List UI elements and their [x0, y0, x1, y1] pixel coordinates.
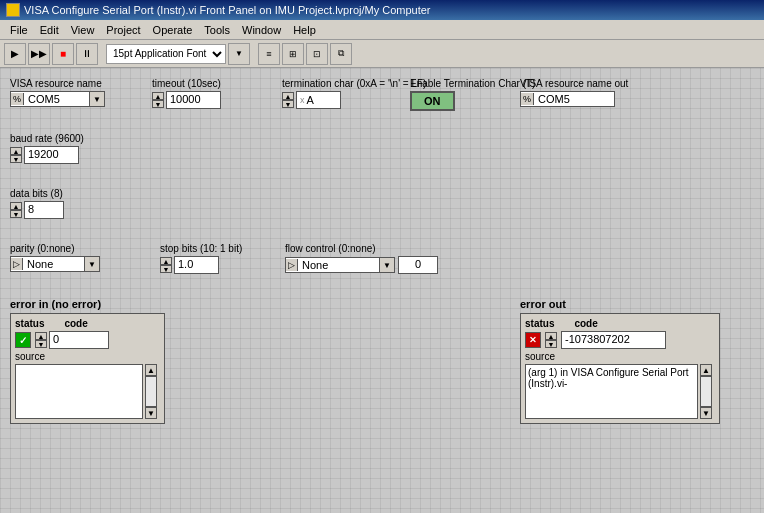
data-bits-group: data bits (8) ▲ ▼ 8 — [10, 188, 64, 219]
flow-control-extra: 0 — [398, 256, 438, 274]
menu-operate[interactable]: Operate — [147, 23, 199, 37]
data-bits-label: data bits (8) — [10, 188, 64, 199]
menu-bar: File Edit View Project Operate Tools Win… — [0, 20, 764, 40]
error-in-label: error in (no error) — [10, 298, 165, 310]
menu-help[interactable]: Help — [287, 23, 322, 37]
enable-termination-group: Enable Termination Char (T) ON — [410, 78, 535, 111]
error-in-status-header: status — [15, 318, 44, 329]
enable-termination-label: Enable Termination Char (T) — [410, 78, 535, 89]
font-size-down[interactable]: ▼ — [228, 43, 250, 65]
toolbar: ▶ ▶▶ ■ ⏸ 15pt Application Font ▼ ≡ ⊞ ⊡ ⧉ — [0, 40, 764, 68]
stop-bits-group: stop bits (10: 1 bit) ▲ ▼ 1.0 — [160, 243, 242, 274]
source-scroll-down[interactable]: ▼ — [145, 407, 157, 419]
menu-project[interactable]: Project — [100, 23, 146, 37]
error-in-row: ✓ ▲ ▼ 0 — [15, 331, 160, 349]
menu-file[interactable]: File — [4, 23, 34, 37]
run-continuously-button[interactable]: ▶▶ — [28, 43, 50, 65]
timeout-up[interactable]: ▲ — [152, 92, 164, 100]
baud-down[interactable]: ▼ — [10, 155, 22, 163]
termination-down[interactable]: ▼ — [282, 100, 294, 108]
data-bits-input[interactable]: 8 — [24, 201, 64, 219]
data-bits-down[interactable]: ▼ — [10, 210, 22, 218]
app-icon — [6, 3, 20, 17]
error-out-up[interactable]: ▲ — [545, 332, 557, 340]
timeout-down[interactable]: ▼ — [152, 100, 164, 108]
error-in-up[interactable]: ▲ — [35, 332, 47, 340]
termination-char-group: termination char (0xA = '\n' = LF) ▲ ▼ x… — [282, 78, 426, 109]
menu-window[interactable]: Window — [236, 23, 287, 37]
termination-char-spinner: ▲ ▼ x A — [282, 91, 426, 109]
error-in-code-value[interactable]: 0 — [49, 331, 109, 349]
error-out-down[interactable]: ▼ — [545, 340, 557, 348]
error-in-down[interactable]: ▼ — [35, 340, 47, 348]
baud-rate-input[interactable]: 19200 — [24, 146, 79, 164]
error-out-source-container: (arg 1) in VISA Configure Serial Port (I… — [525, 364, 715, 419]
error-out-group: error out status code ✕ ▲ ▼ -1073807202 … — [520, 298, 720, 424]
visa-resource-arrow[interactable]: ▼ — [89, 92, 104, 106]
error-in-source-label: source — [15, 351, 160, 362]
error-out-code-value: -1073807202 — [561, 331, 666, 349]
flow-control-arrow[interactable]: ▼ — [379, 258, 394, 272]
font-selector[interactable]: 15pt Application Font — [106, 44, 226, 64]
pause-button[interactable]: ⏸ — [76, 43, 98, 65]
termination-up[interactable]: ▲ — [282, 92, 294, 100]
error-in-code-spinner: ▲ ▼ 0 — [35, 331, 109, 349]
error-out-status-header: status — [525, 318, 554, 329]
baud-up[interactable]: ▲ — [10, 147, 22, 155]
timeout-input[interactable]: 10000 — [166, 91, 221, 109]
error-out-source-scrollbar: ▲ ▼ — [700, 364, 712, 419]
flow-control-label: flow control (0:none) — [285, 243, 438, 254]
title-bar: VISA Configure Serial Port (Instr).vi Fr… — [0, 0, 764, 20]
error-out-box: status code ✕ ▲ ▼ -1073807202 source — [520, 313, 720, 424]
menu-tools[interactable]: Tools — [198, 23, 236, 37]
resize-button[interactable]: ⊡ — [306, 43, 328, 65]
error-out-source-label: source — [525, 351, 715, 362]
stop-bits-input[interactable]: 1.0 — [174, 256, 219, 274]
error-out-label: error out — [520, 298, 720, 310]
error-out-status-icon: ✕ — [525, 332, 541, 348]
enable-termination-button[interactable]: ON — [410, 91, 455, 111]
reorder-button[interactable]: ⧉ — [330, 43, 352, 65]
visa-resource-name-out-label: VISA resource name out — [520, 78, 628, 89]
baud-rate-spinner: ▲ ▼ 19200 — [10, 146, 84, 164]
error-out-x: ✕ — [529, 335, 537, 345]
termination-char-input[interactable]: x A — [296, 91, 341, 109]
visa-resource-prefix: % — [11, 93, 24, 105]
menu-edit[interactable]: Edit — [34, 23, 65, 37]
stop-bits-up[interactable]: ▲ — [160, 257, 172, 265]
error-in-group: error in (no error) status code ✓ ▲ ▼ 0 … — [10, 298, 165, 424]
termination-char-label: termination char (0xA = '\n' = LF) — [282, 78, 426, 89]
parity-prefix: ▷ — [11, 258, 23, 270]
error-in-arrows: ▲ ▼ — [35, 332, 47, 348]
parity-arrow[interactable]: ▼ — [84, 257, 99, 271]
error-out-scroll-up[interactable]: ▲ — [700, 364, 712, 376]
parity-group: parity (0:none) ▷ None ▼ — [10, 243, 100, 272]
run-button[interactable]: ▶ — [4, 43, 26, 65]
visa-resource-name-control[interactable]: % COM5 ▼ — [10, 91, 105, 107]
main-panel: VISA resource name % COM5 ▼ timeout (10s… — [0, 68, 764, 513]
data-bits-up[interactable]: ▲ — [10, 202, 22, 210]
source-scroll-up[interactable]: ▲ — [145, 364, 157, 376]
baud-arrows: ▲ ▼ — [10, 147, 22, 163]
error-in-code-header: code — [64, 318, 87, 329]
termination-arrows: ▲ ▼ — [282, 92, 294, 108]
align-button[interactable]: ≡ — [258, 43, 280, 65]
error-in-box: status code ✓ ▲ ▼ 0 source ▲ — [10, 313, 165, 424]
stop-bits-down[interactable]: ▼ — [160, 265, 172, 273]
error-out-code-container: ▲ ▼ -1073807202 — [545, 331, 666, 349]
flow-control-row: ▷ None ▼ 0 — [285, 256, 438, 274]
parity-value: None — [23, 257, 84, 271]
parity-control[interactable]: ▷ None ▼ — [10, 256, 100, 272]
baud-rate-group: baud rate (9600) ▲ ▼ 19200 — [10, 133, 84, 164]
flow-control-value: None — [298, 258, 379, 272]
parity-label: parity (0:none) — [10, 243, 100, 254]
distribute-button[interactable]: ⊞ — [282, 43, 304, 65]
menu-view[interactable]: View — [65, 23, 101, 37]
error-out-scroll-down[interactable]: ▼ — [700, 407, 712, 419]
error-out-code-header: code — [574, 318, 597, 329]
error-out-headers: status code — [525, 318, 715, 329]
error-out-source-value: (arg 1) in VISA Configure Serial Port (I… — [525, 364, 698, 419]
abort-button[interactable]: ■ — [52, 43, 74, 65]
error-out-arrows: ▲ ▼ — [545, 332, 557, 348]
flow-control-select[interactable]: ▷ None ▼ — [285, 257, 395, 273]
